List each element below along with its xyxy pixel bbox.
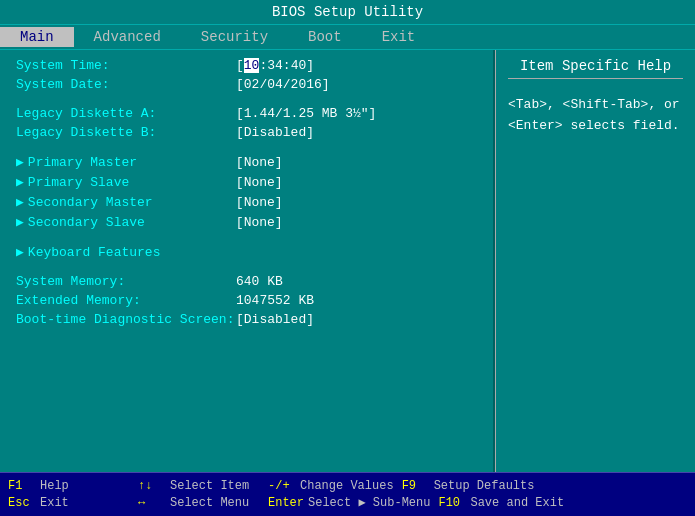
status-line-1: F1 Help ↑↓ Select Item -/+ Change Values… [8, 478, 687, 494]
help-panel-title: Item Specific Help [508, 58, 683, 79]
main-content: System Time: [10:34:40] System Date: [02… [0, 50, 695, 472]
menu-item-main[interactable]: Main [0, 27, 74, 47]
secondary-master-arrow: ▶ [16, 194, 24, 210]
status-enter: Enter Select ▶ Sub-Menu [268, 495, 430, 510]
secondary-slave-row[interactable]: ▶ Secondary Slave [None] [16, 214, 477, 230]
extended-memory-label: Extended Memory: [16, 293, 236, 308]
help-panel-text: <Tab>, <Shift-Tab>, or<Enter> selects fi… [508, 95, 683, 137]
system-memory-value: 640 KB [236, 274, 283, 289]
status-line-2: Esc Exit ↔ Select Menu Enter Select ▶ Su… [8, 494, 687, 511]
menu-item-security[interactable]: Security [181, 27, 288, 47]
status-f10: F10 Save and Exit [438, 495, 564, 510]
boot-diag-value: [Disabled] [236, 312, 314, 327]
legacy-b-value: [Disabled] [236, 125, 314, 140]
f9-key: F9 [402, 479, 430, 493]
keyboard-features-label: Keyboard Features [28, 245, 161, 260]
title-bar: BIOS Setup Utility [0, 0, 695, 24]
system-memory-row: System Memory: 640 KB [16, 274, 477, 289]
leftright-key: ↔ [138, 496, 166, 510]
primary-master-label: Primary Master [28, 155, 236, 170]
system-date-value: [02/04/2016] [236, 77, 330, 92]
system-date-label: System Date: [16, 77, 236, 92]
extended-memory-row: Extended Memory: 1047552 KB [16, 293, 477, 308]
f1-key: F1 [8, 479, 36, 493]
status-row: F1 Help ↑↓ Select Item -/+ Change Values… [8, 478, 687, 511]
bios-title: BIOS Setup Utility [272, 4, 423, 20]
leftright-desc: Select Menu [170, 496, 260, 510]
secondary-master-value: [None] [236, 195, 283, 210]
left-panel: System Time: [10:34:40] System Date: [02… [0, 50, 495, 472]
primary-slave-arrow: ▶ [16, 174, 24, 190]
legacy-b-row: Legacy Diskette B: [Disabled] [16, 125, 477, 140]
primary-slave-label: Primary Slave [28, 175, 236, 190]
keyboard-features-row[interactable]: ▶ Keyboard Features [16, 244, 477, 260]
system-time-row: System Time: [10:34:40] [16, 58, 477, 73]
status-esc: Esc Exit [8, 495, 130, 510]
status-f9: F9 Setup Defaults [402, 479, 535, 493]
legacy-a-value: [1.44/1.25 MB 3½"] [236, 106, 376, 121]
system-time-cursor: 10 [244, 58, 260, 73]
primary-slave-row[interactable]: ▶ Primary Slave [None] [16, 174, 477, 190]
status-dashplus: -/+ Change Values [268, 479, 394, 493]
status-updown: ↑↓ Select Item [138, 479, 260, 493]
menu-item-advanced[interactable]: Advanced [74, 27, 181, 47]
status-f1: F1 Help [8, 479, 130, 493]
dash-plus-key: -/+ [268, 479, 296, 493]
boot-diag-label: Boot-time Diagnostic Screen: [16, 312, 236, 327]
boot-diag-row: Boot-time Diagnostic Screen: [Disabled] [16, 312, 477, 327]
enter-desc: Select ▶ Sub-Menu [308, 495, 430, 510]
legacy-b-label: Legacy Diskette B: [16, 125, 236, 140]
system-memory-label: System Memory: [16, 274, 236, 289]
system-time-value: [10:34:40] [236, 58, 314, 73]
f10-desc: Save and Exit [470, 496, 564, 510]
f10-key: F10 [438, 496, 466, 510]
system-date-row: System Date: [02/04/2016] [16, 77, 477, 92]
secondary-slave-arrow: ▶ [16, 214, 24, 230]
secondary-slave-value: [None] [236, 215, 283, 230]
help-panel: Item Specific Help <Tab>, <Shift-Tab>, o… [495, 50, 695, 472]
f1-desc: Help [40, 479, 130, 493]
menu-bar: Main Advanced Security Boot Exit [0, 24, 695, 50]
menu-item-exit[interactable]: Exit [362, 27, 436, 47]
legacy-a-row: Legacy Diskette A: [1.44/1.25 MB 3½"] [16, 106, 477, 121]
secondary-master-row[interactable]: ▶ Secondary Master [None] [16, 194, 477, 210]
secondary-slave-label: Secondary Slave [28, 215, 236, 230]
f9-desc: Setup Defaults [434, 479, 535, 493]
esc-desc: Exit [40, 496, 130, 510]
primary-master-value: [None] [236, 155, 283, 170]
extended-memory-value: 1047552 KB [236, 293, 314, 308]
enter-key: Enter [268, 496, 304, 510]
menu-item-boot[interactable]: Boot [288, 27, 362, 47]
legacy-a-label: Legacy Diskette A: [16, 106, 236, 121]
secondary-master-label: Secondary Master [28, 195, 236, 210]
primary-master-arrow: ▶ [16, 154, 24, 170]
dash-plus-desc: Change Values [300, 479, 394, 493]
primary-slave-value: [None] [236, 175, 283, 190]
status-bar: F1 Help ↑↓ Select Item -/+ Change Values… [0, 472, 695, 516]
primary-master-row[interactable]: ▶ Primary Master [None] [16, 154, 477, 170]
updown-key: ↑↓ [138, 479, 166, 493]
system-time-label: System Time: [16, 58, 236, 73]
bios-container: BIOS Setup Utility Main Advanced Securit… [0, 0, 695, 516]
updown-desc: Select Item [170, 479, 260, 493]
keyboard-features-arrow: ▶ [16, 244, 24, 260]
status-leftright: ↔ Select Menu [138, 495, 260, 510]
esc-key: Esc [8, 496, 36, 510]
